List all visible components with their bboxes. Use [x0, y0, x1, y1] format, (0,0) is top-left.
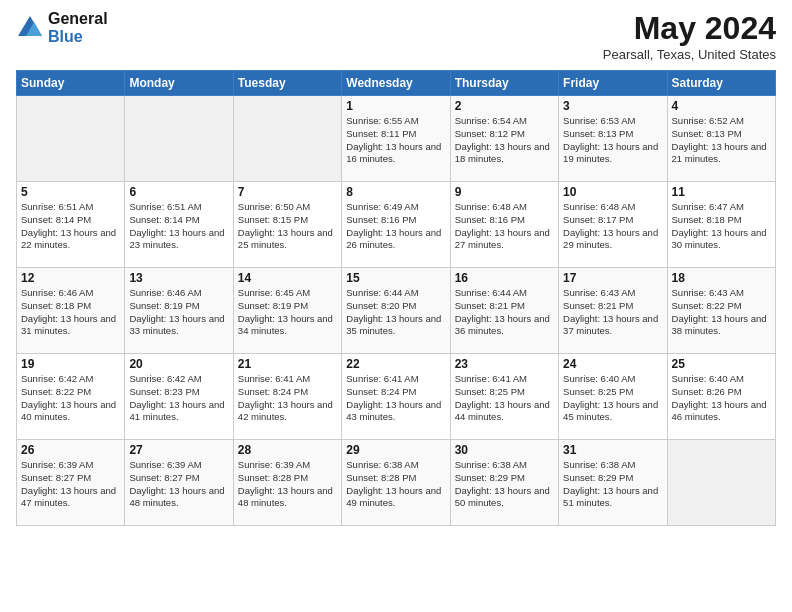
- calendar-cell: 16Sunrise: 6:44 AM Sunset: 8:21 PM Dayli…: [450, 268, 558, 354]
- day-number: 16: [455, 271, 554, 285]
- day-number: 17: [563, 271, 662, 285]
- weekday-header-sunday: Sunday: [17, 71, 125, 96]
- weekday-header-wednesday: Wednesday: [342, 71, 450, 96]
- calendar-cell: 30Sunrise: 6:38 AM Sunset: 8:29 PM Dayli…: [450, 440, 558, 526]
- calendar-cell: 24Sunrise: 6:40 AM Sunset: 8:25 PM Dayli…: [559, 354, 667, 440]
- day-number: 18: [672, 271, 771, 285]
- day-number: 29: [346, 443, 445, 457]
- day-info: Sunrise: 6:38 AM Sunset: 8:29 PM Dayligh…: [455, 459, 554, 510]
- week-row-3: 19Sunrise: 6:42 AM Sunset: 8:22 PM Dayli…: [17, 354, 776, 440]
- calendar-cell: 7Sunrise: 6:50 AM Sunset: 8:15 PM Daylig…: [233, 182, 341, 268]
- day-number: 8: [346, 185, 445, 199]
- logo-text: General Blue: [48, 10, 108, 45]
- calendar-cell: 19Sunrise: 6:42 AM Sunset: 8:22 PM Dayli…: [17, 354, 125, 440]
- weekday-header-row: SundayMondayTuesdayWednesdayThursdayFrid…: [17, 71, 776, 96]
- day-info: Sunrise: 6:51 AM Sunset: 8:14 PM Dayligh…: [21, 201, 120, 252]
- month-title: May 2024: [603, 10, 776, 47]
- calendar-cell: 10Sunrise: 6:48 AM Sunset: 8:17 PM Dayli…: [559, 182, 667, 268]
- day-info: Sunrise: 6:46 AM Sunset: 8:19 PM Dayligh…: [129, 287, 228, 338]
- calendar-cell: 13Sunrise: 6:46 AM Sunset: 8:19 PM Dayli…: [125, 268, 233, 354]
- day-number: 22: [346, 357, 445, 371]
- day-info: Sunrise: 6:48 AM Sunset: 8:16 PM Dayligh…: [455, 201, 554, 252]
- day-info: Sunrise: 6:42 AM Sunset: 8:23 PM Dayligh…: [129, 373, 228, 424]
- calendar-cell: 5Sunrise: 6:51 AM Sunset: 8:14 PM Daylig…: [17, 182, 125, 268]
- day-number: 28: [238, 443, 337, 457]
- calendar-cell: 8Sunrise: 6:49 AM Sunset: 8:16 PM Daylig…: [342, 182, 450, 268]
- calendar-cell: 12Sunrise: 6:46 AM Sunset: 8:18 PM Dayli…: [17, 268, 125, 354]
- day-number: 21: [238, 357, 337, 371]
- calendar-cell: 2Sunrise: 6:54 AM Sunset: 8:12 PM Daylig…: [450, 96, 558, 182]
- title-area: May 2024 Pearsall, Texas, United States: [603, 10, 776, 62]
- calendar-cell: 23Sunrise: 6:41 AM Sunset: 8:25 PM Dayli…: [450, 354, 558, 440]
- day-info: Sunrise: 6:53 AM Sunset: 8:13 PM Dayligh…: [563, 115, 662, 166]
- day-number: 15: [346, 271, 445, 285]
- weekday-header-saturday: Saturday: [667, 71, 775, 96]
- day-info: Sunrise: 6:39 AM Sunset: 8:27 PM Dayligh…: [129, 459, 228, 510]
- calendar-cell: 29Sunrise: 6:38 AM Sunset: 8:28 PM Dayli…: [342, 440, 450, 526]
- calendar-cell: 31Sunrise: 6:38 AM Sunset: 8:29 PM Dayli…: [559, 440, 667, 526]
- day-info: Sunrise: 6:38 AM Sunset: 8:28 PM Dayligh…: [346, 459, 445, 510]
- calendar-cell: 25Sunrise: 6:40 AM Sunset: 8:26 PM Dayli…: [667, 354, 775, 440]
- page: General Blue May 2024 Pearsall, Texas, U…: [0, 0, 792, 612]
- day-info: Sunrise: 6:42 AM Sunset: 8:22 PM Dayligh…: [21, 373, 120, 424]
- week-row-2: 12Sunrise: 6:46 AM Sunset: 8:18 PM Dayli…: [17, 268, 776, 354]
- calendar-cell: [667, 440, 775, 526]
- day-info: Sunrise: 6:40 AM Sunset: 8:26 PM Dayligh…: [672, 373, 771, 424]
- day-number: 19: [21, 357, 120, 371]
- calendar-cell: 27Sunrise: 6:39 AM Sunset: 8:27 PM Dayli…: [125, 440, 233, 526]
- day-number: 11: [672, 185, 771, 199]
- day-info: Sunrise: 6:39 AM Sunset: 8:28 PM Dayligh…: [238, 459, 337, 510]
- day-info: Sunrise: 6:43 AM Sunset: 8:22 PM Dayligh…: [672, 287, 771, 338]
- day-number: 5: [21, 185, 120, 199]
- day-info: Sunrise: 6:39 AM Sunset: 8:27 PM Dayligh…: [21, 459, 120, 510]
- location: Pearsall, Texas, United States: [603, 47, 776, 62]
- day-info: Sunrise: 6:45 AM Sunset: 8:19 PM Dayligh…: [238, 287, 337, 338]
- calendar-cell: 11Sunrise: 6:47 AM Sunset: 8:18 PM Dayli…: [667, 182, 775, 268]
- calendar-cell: 15Sunrise: 6:44 AM Sunset: 8:20 PM Dayli…: [342, 268, 450, 354]
- week-row-0: 1Sunrise: 6:55 AM Sunset: 8:11 PM Daylig…: [17, 96, 776, 182]
- calendar-cell: 21Sunrise: 6:41 AM Sunset: 8:24 PM Dayli…: [233, 354, 341, 440]
- day-info: Sunrise: 6:46 AM Sunset: 8:18 PM Dayligh…: [21, 287, 120, 338]
- day-number: 3: [563, 99, 662, 113]
- day-number: 2: [455, 99, 554, 113]
- calendar-cell: 28Sunrise: 6:39 AM Sunset: 8:28 PM Dayli…: [233, 440, 341, 526]
- day-number: 10: [563, 185, 662, 199]
- calendar-cell: 26Sunrise: 6:39 AM Sunset: 8:27 PM Dayli…: [17, 440, 125, 526]
- header: General Blue May 2024 Pearsall, Texas, U…: [16, 10, 776, 62]
- day-info: Sunrise: 6:41 AM Sunset: 8:24 PM Dayligh…: [346, 373, 445, 424]
- calendar-cell: 3Sunrise: 6:53 AM Sunset: 8:13 PM Daylig…: [559, 96, 667, 182]
- day-info: Sunrise: 6:41 AM Sunset: 8:24 PM Dayligh…: [238, 373, 337, 424]
- week-row-1: 5Sunrise: 6:51 AM Sunset: 8:14 PM Daylig…: [17, 182, 776, 268]
- day-info: Sunrise: 6:54 AM Sunset: 8:12 PM Dayligh…: [455, 115, 554, 166]
- day-number: 25: [672, 357, 771, 371]
- calendar-cell: 4Sunrise: 6:52 AM Sunset: 8:13 PM Daylig…: [667, 96, 775, 182]
- day-number: 27: [129, 443, 228, 457]
- day-number: 24: [563, 357, 662, 371]
- calendar-cell: 9Sunrise: 6:48 AM Sunset: 8:16 PM Daylig…: [450, 182, 558, 268]
- week-row-4: 26Sunrise: 6:39 AM Sunset: 8:27 PM Dayli…: [17, 440, 776, 526]
- calendar-cell: [17, 96, 125, 182]
- weekday-header-tuesday: Tuesday: [233, 71, 341, 96]
- day-info: Sunrise: 6:55 AM Sunset: 8:11 PM Dayligh…: [346, 115, 445, 166]
- day-info: Sunrise: 6:48 AM Sunset: 8:17 PM Dayligh…: [563, 201, 662, 252]
- day-number: 20: [129, 357, 228, 371]
- weekday-header-monday: Monday: [125, 71, 233, 96]
- day-info: Sunrise: 6:43 AM Sunset: 8:21 PM Dayligh…: [563, 287, 662, 338]
- day-number: 9: [455, 185, 554, 199]
- calendar-cell: 18Sunrise: 6:43 AM Sunset: 8:22 PM Dayli…: [667, 268, 775, 354]
- day-info: Sunrise: 6:40 AM Sunset: 8:25 PM Dayligh…: [563, 373, 662, 424]
- day-info: Sunrise: 6:44 AM Sunset: 8:20 PM Dayligh…: [346, 287, 445, 338]
- weekday-header-friday: Friday: [559, 71, 667, 96]
- logo-icon: [16, 14, 44, 42]
- calendar-cell: 6Sunrise: 6:51 AM Sunset: 8:14 PM Daylig…: [125, 182, 233, 268]
- calendar-cell: 22Sunrise: 6:41 AM Sunset: 8:24 PM Dayli…: [342, 354, 450, 440]
- day-info: Sunrise: 6:38 AM Sunset: 8:29 PM Dayligh…: [563, 459, 662, 510]
- day-info: Sunrise: 6:50 AM Sunset: 8:15 PM Dayligh…: [238, 201, 337, 252]
- day-number: 23: [455, 357, 554, 371]
- day-info: Sunrise: 6:44 AM Sunset: 8:21 PM Dayligh…: [455, 287, 554, 338]
- day-number: 6: [129, 185, 228, 199]
- weekday-header-thursday: Thursday: [450, 71, 558, 96]
- day-info: Sunrise: 6:41 AM Sunset: 8:25 PM Dayligh…: [455, 373, 554, 424]
- calendar-cell: 20Sunrise: 6:42 AM Sunset: 8:23 PM Dayli…: [125, 354, 233, 440]
- day-info: Sunrise: 6:47 AM Sunset: 8:18 PM Dayligh…: [672, 201, 771, 252]
